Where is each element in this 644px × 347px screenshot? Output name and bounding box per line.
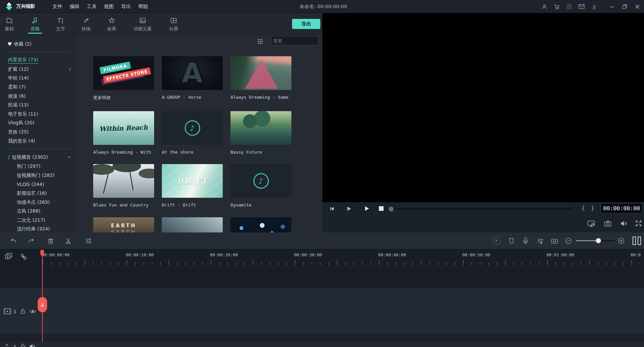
zoom-fit-icon[interactable] xyxy=(550,237,559,245)
sidebar-item[interactable]: 流行经典 (324) xyxy=(0,225,76,232)
sidebar-item[interactable]: 二次元 (217) xyxy=(0,216,76,225)
menu-help[interactable]: 帮助 xyxy=(138,3,148,10)
mail-icon[interactable] xyxy=(578,3,585,10)
unlock-icon[interactable] xyxy=(20,308,27,315)
tab-text[interactable]: T| 文字 xyxy=(51,13,70,35)
eye-icon[interactable] xyxy=(29,308,37,315)
display-settings-icon[interactable] xyxy=(587,219,596,228)
sidebar-item[interactable]: 短视频热门 (282) xyxy=(0,171,76,180)
menu-tools[interactable]: 工具 xyxy=(87,3,97,10)
panels-icon[interactable] xyxy=(633,236,641,245)
sidebar-item-extended[interactable]: 扩展 (12) xyxy=(0,65,76,74)
music-card[interactable]: Within Reach Always Dreaming - With xyxy=(93,111,154,155)
audio-mixer-icon[interactable] xyxy=(536,237,544,245)
tab-transition[interactable]: 转场 xyxy=(77,13,96,35)
adjust-icon[interactable] xyxy=(85,237,93,245)
sidebar-item[interactable]: 电子音乐 (11) xyxy=(0,110,76,119)
stop-button[interactable] xyxy=(379,206,384,211)
mark-out-icon[interactable]: } xyxy=(591,205,594,212)
active-tab-underline xyxy=(28,33,42,34)
trash-icon[interactable] xyxy=(47,237,55,245)
timeline-ruler[interactable]: 00:00:00:00 00:00:10:00 00:00:20:00 00:0… xyxy=(0,250,644,266)
menu-file[interactable]: 文件 xyxy=(52,3,62,10)
tab-media[interactable]: 素材 xyxy=(0,13,19,35)
prev-frame-button[interactable] xyxy=(329,206,335,212)
menu-export[interactable]: 导出 xyxy=(121,3,131,10)
zoom-in-icon[interactable] xyxy=(617,237,625,245)
image-icon xyxy=(139,16,146,25)
render-preview-icon[interactable] xyxy=(492,236,501,245)
quick-split-button[interactable] xyxy=(38,297,47,312)
play-button[interactable] xyxy=(363,205,370,212)
seek-bar[interactable] xyxy=(389,209,572,210)
minimize-icon[interactable] xyxy=(609,4,615,9)
tab-audio[interactable]: 音频 xyxy=(26,13,44,35)
music-card[interactable]: DRIFT Drift - Drift xyxy=(162,164,223,208)
undo-button[interactable] xyxy=(9,237,17,245)
close-icon[interactable] xyxy=(635,4,640,9)
music-card[interactable]: Bassy Future xyxy=(230,111,291,155)
fullscreen-icon[interactable] xyxy=(635,219,643,227)
sidebar-item[interactable]: 影视综艺 (16) xyxy=(0,189,76,198)
sidebar-item[interactable]: 民谣 (13) xyxy=(0,101,76,110)
tab-elements[interactable]: 动画元素 xyxy=(128,13,157,35)
split-screen-icon xyxy=(170,16,177,25)
restore-icon[interactable] xyxy=(622,4,628,9)
user-icon[interactable] xyxy=(541,3,548,10)
save-icon[interactable] xyxy=(566,3,572,10)
music-card[interactable] xyxy=(162,217,223,232)
music-card[interactable]: ♪ Dynamite xyxy=(230,164,291,208)
mic-icon[interactable] xyxy=(522,237,529,245)
sidebar-item-favorites[interactable]: ♥ 收藏 (2) xyxy=(0,39,76,49)
playhead-handle[interactable] xyxy=(40,250,44,256)
card-title: Always Dreaming - Same xyxy=(230,95,291,100)
snapshot-icon[interactable] xyxy=(604,219,612,228)
cart-icon[interactable] xyxy=(553,3,560,10)
music-thumbnail: ♪ xyxy=(162,111,223,145)
speaker-icon[interactable] xyxy=(620,219,628,228)
zoom-slider[interactable] xyxy=(576,240,615,241)
next-frame-button[interactable] xyxy=(346,206,352,212)
effects-store-card[interactable]: FILMORA EFFECTS STORE 更多特效 xyxy=(93,56,154,101)
zoom-out-icon[interactable] xyxy=(565,237,572,245)
sidebar-item[interactable]: 年轻 (14) xyxy=(0,74,76,83)
mark-in-icon[interactable]: { xyxy=(581,205,585,212)
sidebar-item[interactable]: 古风 (268) xyxy=(0,207,76,216)
unlock-icon[interactable] xyxy=(20,343,27,347)
tab-splitscreen[interactable]: 分屏 xyxy=(164,13,183,35)
scissors-icon[interactable] xyxy=(65,237,72,245)
music-card[interactable]: A A-GROUP - Verve xyxy=(162,56,223,100)
menu-edit[interactable]: 编辑 xyxy=(70,3,79,10)
redo-button[interactable] xyxy=(28,237,35,245)
sidebar-item[interactable]: 我的音乐 (4) xyxy=(0,136,76,146)
audio-track[interactable]: ♫ 1 xyxy=(0,341,644,347)
music-card[interactable]: Always Dreaming - Same xyxy=(230,56,291,100)
menu-view[interactable]: 视图 xyxy=(104,3,114,10)
speaker-icon[interactable] xyxy=(29,343,36,347)
grid-view-icon[interactable] xyxy=(257,39,263,44)
timeline-panel: 00:00:00:00 00:00:10:00 00:00:20:00 00:0… xyxy=(0,232,644,347)
export-button[interactable]: 导出 xyxy=(292,19,320,29)
music-card[interactable] xyxy=(230,217,291,232)
music-card[interactable]: EARTH EARTH xyxy=(93,217,154,232)
sidebar-item[interactable]: Vlog风 (20) xyxy=(0,119,76,128)
sidebar-item[interactable]: 热门 (297) xyxy=(0,162,76,171)
download-icon[interactable] xyxy=(591,3,598,10)
sidebar-item[interactable]: 摇滚 (6) xyxy=(0,92,76,101)
music-card[interactable]: ♪ At the shore xyxy=(162,111,223,155)
card-title: Bassy Future xyxy=(230,150,291,155)
sidebar-item[interactable]: 柔和 (7) xyxy=(0,83,76,92)
music-card[interactable]: Blues Fun and Country xyxy=(93,164,154,208)
marker-icon[interactable] xyxy=(508,237,515,245)
sidebar-group-short-video[interactable]: ♪ 短视频音 (2302) xyxy=(0,153,76,162)
tab-effects[interactable]: 效果 xyxy=(102,13,121,35)
seek-handle[interactable] xyxy=(389,207,394,212)
video-track[interactable]: 1 xyxy=(0,288,644,334)
sidebar-item[interactable]: VLOG (244) xyxy=(0,180,76,189)
sidebar-item[interactable]: 动感卡点 (265) xyxy=(0,198,76,207)
zoom-slider-handle[interactable] xyxy=(596,238,601,243)
sidebar-item[interactable]: 音效 (25) xyxy=(0,128,76,137)
playhead-line[interactable] xyxy=(42,250,43,342)
music-thumbnail: Within Reach xyxy=(93,111,154,145)
sidebar-item-builtin-music[interactable]: 内置音乐 (73) xyxy=(0,56,76,65)
